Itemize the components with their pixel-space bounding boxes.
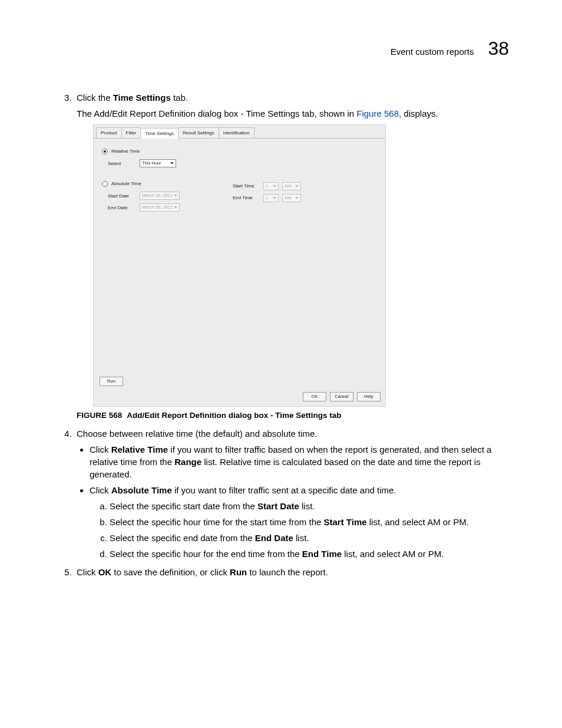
select-label: Select — [108, 160, 136, 167]
start-time-label: Start Time — [233, 183, 260, 189]
chevron-down-icon — [273, 197, 276, 199]
start-date-label: Start Date — [108, 193, 136, 199]
chevron-down-icon — [170, 162, 174, 164]
tab-time-settings[interactable]: Time Settings — [140, 128, 178, 139]
start-date-combo[interactable]: March 28, 2011 — [140, 192, 180, 200]
start-time-ampm-combo[interactable]: AM — [282, 182, 301, 190]
cancel-button[interactable]: Cancel — [330, 392, 353, 401]
step-3: Click the Time Settings tab. The Add/Edi… — [74, 91, 509, 421]
step-5: Click OK to save the definition, or clic… — [74, 566, 509, 578]
chevron-down-icon — [174, 195, 177, 197]
bullet-absolute: Click Absolute Time if you want to filte… — [90, 484, 509, 560]
steps-list: Click the Time Settings tab. The Add/Edi… — [74, 91, 509, 578]
help-button[interactable]: Help — [357, 392, 381, 401]
end-date-label: End Date — [108, 205, 136, 211]
run-button[interactable]: Run — [100, 377, 123, 386]
tab-result-settings[interactable]: Result Settings — [178, 127, 219, 138]
step3-bold: Time Settings — [113, 93, 171, 103]
ok-button[interactable]: OK — [303, 392, 326, 401]
substep-a: Select the specific start date from the … — [110, 500, 509, 512]
dialog-tabs: Product Filter Time Settings Result Sett… — [94, 125, 385, 139]
select-combo[interactable]: This Hour — [140, 159, 176, 167]
chevron-down-icon — [295, 185, 299, 187]
end-time-label: End Time — [233, 195, 260, 201]
step-4: Choose between relative time (the defaul… — [74, 427, 509, 560]
radio-absolute-time[interactable] — [102, 181, 108, 187]
figure-caption: FIGURE 568Add/Edit Report Definition dia… — [77, 410, 509, 421]
figure-ref-link[interactable]: Figure 568 — [356, 108, 399, 118]
figure-568: Product Filter Time Settings Result Sett… — [93, 124, 509, 407]
substep-d: Select the specific hour for the end tim… — [110, 548, 509, 560]
start-time-hour-combo[interactable]: 1 — [263, 182, 279, 190]
absolute-time-label: Absolute Time — [111, 180, 141, 187]
chapter-number: 38 — [488, 35, 509, 62]
section-title: Event custom reports — [391, 45, 474, 58]
chevron-down-icon — [273, 185, 276, 187]
substep-c: Select the specific end date from the En… — [110, 532, 509, 544]
chevron-down-icon — [295, 197, 299, 199]
tab-identification[interactable]: Identification — [219, 127, 254, 138]
page-header: Event custom reports 38 — [53, 35, 509, 62]
relative-time-label: Relative Time — [111, 148, 140, 154]
tab-product[interactable]: Product — [96, 127, 122, 138]
end-time-hour-combo[interactable]: 1 — [263, 194, 279, 202]
dialog-box: Product Filter Time Settings Result Sett… — [93, 124, 386, 407]
end-date-combo[interactable]: March 28, 2011 — [140, 203, 180, 212]
chevron-down-icon — [174, 206, 177, 209]
radio-relative-time[interactable] — [102, 149, 108, 154]
end-time-ampm-combo[interactable]: AM — [282, 194, 301, 202]
substep-b: Select the specific hour time for the st… — [110, 516, 509, 528]
tab-filter[interactable]: Filter — [121, 127, 141, 138]
bullet-relative: Click Relative Time if you want to filte… — [90, 443, 509, 480]
